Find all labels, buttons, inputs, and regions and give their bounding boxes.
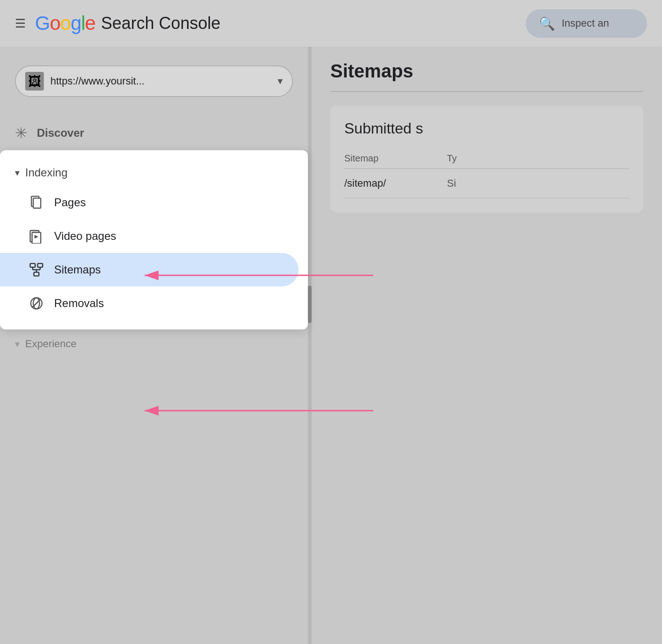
logo-o1: o — [50, 12, 60, 35]
video-pages-label: Video pages — [54, 230, 116, 243]
divider — [330, 91, 643, 92]
menu-button[interactable]: ☰ — [15, 16, 26, 31]
indexing-section-header[interactable]: ▾ Indexing — [0, 160, 308, 186]
logo-o2: o — [60, 12, 70, 35]
google-logo: G o o g l e — [35, 12, 95, 35]
body-layout: 🖼 https://www.yoursit... ▾ ✳ Discover ▾ … — [0, 47, 662, 644]
svg-rect-5 — [30, 264, 35, 267]
video-pages-icon — [28, 228, 45, 245]
favicon-image: 🖼 — [28, 74, 41, 89]
experience-label: Experience — [25, 338, 77, 350]
chevron-down-icon: ▾ — [15, 167, 20, 178]
cell-sitemap: /sitemap/ — [344, 177, 447, 189]
sitemaps-icon — [28, 261, 45, 278]
table-row[interactable]: /sitemap/ Si — [344, 169, 629, 198]
sidebar-item-sitemaps[interactable]: Sitemaps — [0, 253, 299, 287]
col-sitemap-header: Sitemap — [344, 153, 447, 164]
app-title: Search Console — [101, 14, 220, 33]
chevron-right-icon: ▾ — [15, 338, 20, 350]
sidebar-item-video-pages[interactable]: Video pages — [0, 219, 299, 253]
experience-section[interactable]: ▾ Experience — [0, 329, 308, 358]
svg-rect-1 — [33, 198, 41, 208]
sitemaps-label: Sitemaps — [54, 263, 101, 276]
card-title: Submitted s — [344, 120, 629, 137]
removals-icon — [28, 295, 45, 312]
col-type-header: Ty — [447, 153, 629, 164]
discover-nav-item[interactable]: ✳ Discover — [0, 116, 308, 150]
site-url: https://www.yoursit... — [50, 75, 278, 87]
pages-label: Pages — [54, 196, 86, 209]
logo-g2: g — [70, 12, 81, 35]
svg-rect-7 — [34, 272, 39, 276]
site-selector[interactable]: 🖼 https://www.yoursit... ▾ — [15, 65, 293, 97]
svg-rect-6 — [38, 264, 43, 267]
sitemaps-card: Submitted s Sitemap Ty /sitemap/ Si — [330, 106, 643, 212]
logo-l: l — [81, 12, 85, 35]
table-header: Sitemap Ty — [344, 148, 629, 169]
removals-label: Removals — [54, 297, 104, 310]
svg-rect-3 — [32, 232, 41, 244]
app-container: ☰ G o o g l e Search Console 🔍 Inspect a… — [0, 0, 662, 644]
logo-e: e — [85, 12, 95, 35]
sidebar: 🖼 https://www.yoursit... ▾ ✳ Discover ▾ … — [0, 47, 308, 644]
indexing-label: Indexing — [25, 166, 68, 179]
chevron-down-icon: ▾ — [278, 75, 283, 87]
sidebar-item-removals[interactable]: Removals — [0, 287, 299, 320]
content-area: Sitemaps Submitted s Sitemap Ty /sitemap… — [312, 47, 662, 644]
experience-header: ▾ Experience — [15, 338, 293, 350]
pages-icon — [28, 194, 45, 211]
indexing-dropdown-panel: ▾ Indexing Pages — [0, 150, 308, 329]
discover-label: Discover — [37, 126, 84, 140]
site-favicon: 🖼 — [25, 72, 44, 91]
header: ☰ G o o g l e Search Console 🔍 Inspect a… — [0, 0, 662, 47]
scrollbar-thumb[interactable] — [308, 286, 312, 323]
inspect-placeholder: Inspect an — [562, 17, 609, 29]
logo-g: G — [35, 12, 50, 35]
scrollbar-track[interactable] — [308, 47, 312, 644]
inspect-searchbar[interactable]: 🔍 Inspect an — [526, 9, 647, 38]
discover-icon: ✳ — [15, 124, 28, 142]
page-title: Sitemaps — [330, 61, 643, 82]
cell-type: Si — [447, 177, 629, 189]
search-icon: 🔍 — [539, 16, 555, 31]
sidebar-item-pages[interactable]: Pages — [0, 186, 299, 219]
